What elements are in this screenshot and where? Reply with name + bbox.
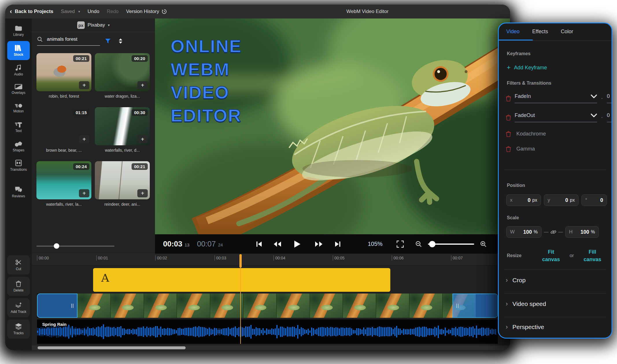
perspective-section-toggle[interactable]: › Perspective (506, 323, 544, 331)
sidebar-item-transitions[interactable]: Transitions (7, 157, 30, 174)
filter-button[interactable] (103, 37, 113, 45)
sidebar-item-library[interactable]: Library (7, 22, 30, 40)
trash-icon[interactable] (506, 146, 511, 152)
stock-video-card[interactable]: 00:24 + waterfalls, river, la... (36, 161, 91, 207)
zoom-out-button[interactable] (412, 234, 425, 254)
scale-height-input[interactable]: H 100 % (565, 226, 599, 238)
slider-knob[interactable] (54, 243, 59, 249)
video-thumbnail-river[interactable]: 00:24 + (36, 161, 91, 199)
rewind-button[interactable] (271, 234, 284, 254)
scrollbar-thumb[interactable] (38, 346, 186, 349)
timeline-scrollbar[interactable] (32, 346, 510, 350)
waveform-bar (243, 328, 245, 336)
trash-icon[interactable] (506, 114, 511, 120)
filter-duration-input[interactable]: 0 (607, 112, 612, 122)
add-clip-button[interactable]: + (137, 189, 148, 197)
add-clip-button[interactable]: + (79, 135, 89, 143)
video-thumbnail-reindeer[interactable]: 00:21 + (95, 161, 150, 199)
trim-handle-icon[interactable]: || (71, 303, 74, 309)
saved-menu[interactable]: Saved ▾ (61, 9, 80, 14)
preview-zoom-slider[interactable] (428, 244, 474, 245)
preview-zoom-level[interactable]: 105% (368, 234, 383, 254)
add-clip-button[interactable]: + (79, 81, 89, 89)
position-x-input[interactable]: x 0 px (506, 194, 541, 206)
add-keyframe-button[interactable]: + Add Keyframe (507, 64, 547, 71)
sidebar-item-reviews[interactable]: Reviews (7, 183, 30, 201)
search-input[interactable] (46, 36, 97, 42)
waveform-bar (263, 328, 264, 335)
sidebar-item-overlays[interactable]: Overlays (7, 80, 30, 98)
slider-track[interactable] (36, 246, 114, 247)
rotation-input[interactable]: ° 0 (581, 194, 607, 206)
scale-link-toggle[interactable]: — — (544, 229, 563, 235)
search-field[interactable] (37, 36, 100, 46)
stock-video-card[interactable]: 01:15 + brown bear, bear, ... (36, 107, 91, 153)
skip-to-start-button[interactable] (253, 234, 265, 254)
clip-trim-end[interactable]: || (452, 294, 498, 318)
slider-knob[interactable] (429, 241, 435, 247)
clip-trim-start[interactable]: || (37, 294, 77, 318)
stock-video-card[interactable]: 00:21 + robin, bird, forest (36, 53, 91, 99)
position-y-input[interactable]: y 0 px (544, 194, 579, 206)
crop-section-toggle[interactable]: › Crop (506, 276, 526, 284)
video-thumbnail-waterfall[interactable]: 00:30 + (95, 107, 150, 145)
sidebar-item-shapes[interactable]: Shapes (7, 138, 30, 155)
cut-button[interactable]: Cut (7, 255, 30, 274)
delete-button[interactable]: Delete (7, 277, 30, 296)
text-clip[interactable]: A (93, 268, 390, 292)
video-speed-section-toggle[interactable]: › Video speed (506, 300, 546, 308)
sidebar-item-stock[interactable]: Stock (7, 41, 30, 60)
waveform-bar (387, 327, 389, 336)
audio-track[interactable]: Spring Rain (37, 320, 498, 344)
add-clip-button[interactable]: + (137, 135, 148, 143)
waveform-bar (289, 327, 290, 336)
video-thumbnail-bear[interactable]: 01:15 + (36, 107, 91, 145)
zoom-in-button[interactable] (477, 234, 490, 254)
tab-effects[interactable]: Effects (532, 29, 548, 35)
play-button[interactable] (291, 234, 304, 254)
waveform-bar (318, 328, 319, 336)
video-track[interactable]: || || (37, 294, 498, 318)
add-clip-button[interactable]: + (79, 189, 89, 197)
stock-video-card[interactable]: 00:21 + reindeer, deer, ani... (95, 161, 150, 207)
video-preview[interactable]: ONLINE WEBM VIDEO EDITOR (155, 18, 510, 234)
sidebar-item-motion[interactable]: Motion (7, 99, 30, 117)
add-clip-button[interactable]: + (137, 81, 148, 89)
fast-forward-button[interactable] (312, 234, 325, 254)
skip-to-end-button[interactable] (331, 234, 344, 254)
title-overlay[interactable]: ONLINE WEBM VIDEO EDITOR (171, 35, 242, 127)
dash: — (558, 229, 563, 235)
scale-width-input[interactable]: W 100 % (506, 226, 542, 238)
version-history-button[interactable]: Version History (126, 9, 167, 14)
fullscreen-button[interactable] (394, 234, 407, 254)
filter-select-fadeout[interactable]: FadeOut (515, 112, 597, 122)
tracks-button[interactable]: Tracks (7, 320, 30, 339)
undo-button[interactable]: Undo (88, 9, 99, 14)
trash-icon[interactable] (506, 95, 511, 101)
playhead-handle[interactable] (239, 254, 242, 268)
stock-video-card[interactable]: 00:30 + waterfalls, river, d... (95, 107, 150, 153)
sort-button[interactable] (116, 37, 125, 45)
filter-select-fadein[interactable]: FadeIn (515, 93, 597, 103)
video-thumbnail-robin[interactable]: 00:21 + (36, 53, 91, 91)
timeline[interactable]: 00:0000:0100:0200:0300:0400:0500:0600:07… (32, 254, 510, 346)
video-thumbnail-water-dragon[interactable]: 00:20 + (95, 53, 150, 91)
waveform-bar (125, 330, 127, 334)
fit-canvas-button[interactable]: Fit canvas (538, 248, 564, 263)
redo-button[interactable]: Redo (107, 9, 119, 14)
back-to-projects-button[interactable]: ‹ Back to Projects (10, 8, 53, 15)
timeline-ruler[interactable]: 00:0000:0100:0200:0300:0400:0500:0600:07 (32, 254, 510, 265)
waveform-bar (448, 329, 449, 334)
sidebar-item-audio[interactable]: Audio (7, 61, 30, 79)
filter-duration-input[interactable]: 0 (607, 93, 612, 103)
stock-provider-dropdown[interactable]: px Pixabay ▾ (32, 18, 155, 32)
tab-video[interactable]: Video (506, 29, 520, 35)
add-track-button[interactable]: Add Track (7, 298, 30, 317)
fill-canvas-button[interactable]: Fill canvas (580, 248, 605, 263)
trash-icon[interactable] (506, 131, 511, 137)
trim-handle-icon[interactable]: || (456, 303, 459, 309)
tab-color[interactable]: Color (561, 29, 573, 35)
thumbnail-size-slider[interactable] (36, 243, 117, 249)
stock-video-card[interactable]: 00:20 + water dragon, liza... (95, 53, 150, 99)
sidebar-item-text[interactable]: Text (7, 118, 30, 136)
